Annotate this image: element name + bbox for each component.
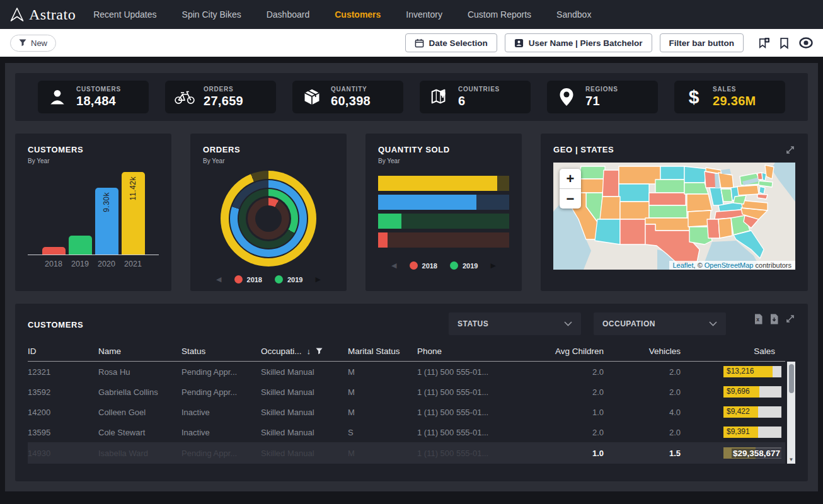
legend-dot [450,261,458,270]
col-header-name[interactable]: Name [98,346,181,356]
new-filter-button[interactable]: New [10,35,56,52]
table-row[interactable]: 13592 Gabriella Collins Pending Appr... … [28,382,785,402]
chevron-down-icon [564,321,572,326]
occupation-filter-select[interactable]: OCCUPATION [594,312,726,335]
bar-2020[interactable]: 9.30k [95,188,118,255]
legend-item-2019[interactable]: 2019 [450,261,478,270]
legend-next-icon[interactable]: ▶ [490,262,495,269]
new-filter-label: New [31,38,47,48]
customers-table: ID Name Status Occupati... ↓ Marital Sta… [28,341,795,464]
col-header-avg-children[interactable]: Avg Children [523,346,610,356]
chart-subtitle: By Year [203,158,334,164]
kpi-label: ORDERS [204,86,243,93]
nav-item-inventory[interactable]: Inventory [406,9,442,20]
x-tick: 2019 [69,260,92,268]
export-excel-icon[interactable]: x [754,314,763,324]
nav-item-dashboard[interactable]: Dashboard [267,9,310,20]
bar-2018[interactable] [42,247,66,255]
scrollbar-down-arrow[interactable]: ▼ [787,457,795,462]
bookmark-add-icon[interactable] [757,37,769,49]
table-row[interactable]: 12321 Rosa Hu Pending Appr... Skilled Ma… [28,362,785,382]
table-title: CUSTOMERS [28,320,83,329]
leaflet-map[interactable]: + − Leaflet, © OpenStreetMap contributor… [553,163,795,270]
col-header-sales[interactable]: Sales [687,346,781,356]
kpi-value: 71 [585,94,618,108]
table-totals-row: 14930 Isabella Ward Pending Appr... Skil… [28,442,785,464]
app-logo[interactable]: Astrato [10,6,76,23]
legend-next-icon[interactable]: ▶ [315,276,320,283]
zoom-out-button[interactable]: − [560,189,581,209]
legend-item-2018[interactable]: 2018 [234,275,262,284]
expand-icon[interactable] [785,145,795,155]
user-badge-icon [514,38,524,48]
map-zoom-control: + − [560,169,581,209]
table-row[interactable]: 14200 Colleen Goel Inactive Skilled Manu… [28,402,785,422]
hbar-2020[interactable] [378,195,509,210]
expand-icon[interactable] [785,314,795,324]
legend-prev-icon[interactable]: ◀ [216,276,221,283]
legend-item-2019[interactable]: 2019 [275,275,302,284]
orders-chart-panel: ORDERS By Year ◀ 2018 20 [190,134,347,291]
column-funnel-icon[interactable] [316,348,323,355]
osm-link[interactable]: OpenStreetMap [705,261,754,269]
kpi-label: QUANTITY [331,86,371,93]
hbar-2018[interactable] [378,232,509,248]
col-header-marital-status[interactable]: Marital Status [348,346,417,356]
us-states-choropleth [553,163,795,270]
kpi-label: COUNTRIES [458,86,500,93]
hbar-chart [378,176,509,248]
table-row[interactable]: 13595 Cole Stewart Inactive Skilled Manu… [28,422,785,442]
nav-item-customers[interactable]: Customers [335,9,381,20]
sales-bar: $9,391 [723,427,781,438]
bookmark-icon[interactable] [779,37,790,49]
kpi-value: 29.36M [713,94,756,108]
legend-dot [234,275,243,284]
select-label: STATUS [458,319,488,328]
kpi-value: 60,398 [331,94,371,108]
legend-item-2018[interactable]: 2018 [410,261,437,270]
legend-prev-icon[interactable]: ◀ [391,262,396,269]
x-tick: 2020 [95,260,118,268]
hbar-2021[interactable] [378,176,509,191]
x-tick: 2018 [42,260,66,268]
filter-bar-button[interactable]: Filter bar button [660,33,744,52]
eye-icon[interactable] [799,37,813,49]
sort-desc-icon[interactable]: ↓ [307,346,311,356]
kpi-regions: REGIONS 71 [547,81,658,113]
customers-chart-panel: CUSTOMERS By Year 9.30k 11.42k 2018 2019… [15,134,171,291]
funnel-icon [19,39,26,47]
user-name-label: User Name | Piers Batchelor [529,38,643,48]
svg-text:x: x [756,316,759,323]
nav-menu: Recent Updates Spin City Bikes Dashboard… [93,9,591,20]
totals-vehicles: 1.5 [610,449,687,458]
nav-item-custom-reports[interactable]: Custom Reports [468,9,531,20]
dashboard-content: CUSTOMERS 18,484 ORDERS 27,659 QUANTITY … [5,63,818,491]
col-header-phone[interactable]: Phone [417,346,523,356]
customers-table-panel: CUSTOMERS STATUS OCCUPATION x [15,304,808,481]
col-header-occupation[interactable]: Occupati... ↓ [261,346,348,356]
nav-item-spin-city-bikes[interactable]: Spin City Bikes [182,9,241,20]
col-header-id[interactable]: ID [28,346,98,356]
kpi-value: 6 [458,94,500,108]
col-header-status[interactable]: Status [181,346,261,356]
nav-item-sandbox[interactable]: Sandbox [556,9,591,20]
date-selection-button[interactable]: Date Selection [405,33,497,52]
scrollbar-thumb[interactable] [789,364,794,393]
hbar-2019[interactable] [378,214,509,229]
export-file-icon[interactable] [769,314,779,324]
table-scrollbar[interactable]: ▼ [787,362,795,464]
status-filter-select[interactable]: STATUS [449,312,581,335]
x-axis-labels: 2018 2019 2020 2021 [28,260,159,268]
filter-toolbar: New Date Selection User Name | Piers Bat… [0,29,823,57]
leaflet-link[interactable]: Leaflet [673,261,694,269]
bicycle-icon [174,88,195,106]
nav-item-recent-updates[interactable]: Recent Updates [93,9,156,20]
bar-2019[interactable] [69,236,92,255]
app-name: Astrato [29,6,76,23]
user-name-button[interactable]: User Name | Piers Batchelor [505,33,652,52]
pin-icon [556,88,577,106]
radial-chart [203,169,334,268]
col-header-vehicles[interactable]: Vehicles [610,346,687,356]
zoom-in-button[interactable]: + [560,169,581,188]
bar-2021[interactable]: 11.42k [122,172,145,255]
